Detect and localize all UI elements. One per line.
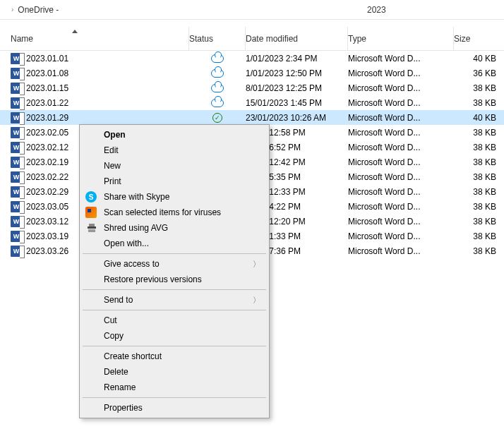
svg-rect-1 <box>89 224 95 226</box>
file-name-label: 2023.02.22 <box>26 172 68 182</box>
menu-create-shortcut[interactable]: Create shortcut <box>81 349 268 364</box>
word-doc-icon <box>11 127 22 138</box>
file-type-cell: Microsoft Word D... <box>348 172 454 182</box>
file-status-cell: ✓ <box>189 113 246 123</box>
menu-cut[interactable]: Cut <box>81 313 268 328</box>
file-date-cell: 1/01/2023 2:34 PM <box>246 54 348 64</box>
menu-delete[interactable]: Delete <box>81 364 268 380</box>
column-headers: Name Status Date modified Type Size <box>0 27 504 51</box>
menu-give-access-to[interactable]: Give access to 〉 <box>81 256 268 272</box>
word-doc-icon <box>11 157 22 168</box>
file-name-label: 2023.02.29 <box>26 187 68 197</box>
file-name-label: 2023.01.29 <box>26 113 68 123</box>
file-name-label: 2023.03.05 <box>26 202 68 212</box>
file-row[interactable]: 2023.01.011/01/2023 2:34 PMMicrosoft Wor… <box>0 51 504 66</box>
file-size-cell: 38 KB <box>454 157 503 167</box>
sort-asc-icon <box>72 30 78 33</box>
file-status-cell <box>189 99 246 107</box>
menu-send-to[interactable]: Send to 〉 <box>81 292 268 308</box>
file-type-cell: Microsoft Word D... <box>348 157 454 167</box>
check-circle-icon: ✓ <box>212 113 222 123</box>
file-type-cell: Microsoft Word D... <box>348 128 454 138</box>
menu-scan-viruses[interactable]: Scan selected items for viruses <box>81 205 268 220</box>
cloud-icon <box>211 84 224 92</box>
file-row[interactable]: 2023.01.29✓23/01/2023 10:26 AMMicrosoft … <box>0 110 504 125</box>
column-header-size[interactable]: Size <box>454 34 503 44</box>
menu-open[interactable]: Open <box>81 127 268 143</box>
word-doc-icon <box>11 246 22 257</box>
file-size-cell: 38 KB <box>454 246 503 256</box>
context-menu: Open Edit New Print S Share with Skype S… <box>79 124 270 418</box>
file-type-cell: Microsoft Word D... <box>348 217 454 226</box>
column-header-status[interactable]: Status <box>189 27 246 50</box>
menu-new[interactable]: New <box>81 158 268 174</box>
file-name-cell: 2023.01.22 <box>0 97 189 109</box>
file-size-cell: 40 KB <box>454 113 503 123</box>
file-row[interactable]: 2023.01.158/01/2023 12:25 PMMicrosoft Wo… <box>0 80 504 95</box>
file-size-cell: 40 KB <box>454 54 503 64</box>
file-name-cell: 2023.01.08 <box>0 68 189 79</box>
word-doc-icon <box>11 216 22 227</box>
file-name-cell: 2023.01.01 <box>0 53 189 64</box>
file-size-cell: 38 KB <box>454 231 503 241</box>
cloud-icon <box>211 99 224 107</box>
file-type-cell: Microsoft Word D... <box>348 83 454 93</box>
file-size-cell: 38 KB <box>454 98 503 108</box>
file-name-cell: 2023.01.15 <box>0 83 189 94</box>
shredder-icon <box>85 222 98 234</box>
file-type-cell: Microsoft Word D... <box>348 54 454 64</box>
file-size-cell: 38 KB <box>454 143 503 152</box>
menu-print[interactable]: Print <box>81 174 268 189</box>
breadcrumb-current[interactable]: OneDrive - <box>18 5 59 15</box>
column-header-date[interactable]: Date modified <box>246 27 348 50</box>
menu-separator <box>83 397 266 398</box>
menu-open-with[interactable]: Open with... <box>81 236 268 251</box>
file-row[interactable]: 2023.01.2215/01/2023 1:45 PMMicrosoft Wo… <box>0 95 504 110</box>
file-status-cell <box>189 84 246 92</box>
word-doc-icon <box>11 112 22 123</box>
menu-properties[interactable]: Properties <box>81 400 268 416</box>
word-doc-icon <box>11 97 22 109</box>
file-type-cell: Microsoft Word D... <box>348 113 454 123</box>
menu-edit[interactable]: Edit <box>81 143 268 158</box>
breadcrumb[interactable]: › OneDrive - 2023 <box>0 0 504 20</box>
column-header-name[interactable]: Name <box>0 27 189 50</box>
file-date-cell: 8/01/2023 12:25 PM <box>246 83 348 93</box>
file-size-cell: 38 KB <box>454 83 503 93</box>
file-name-label: 2023.02.12 <box>26 143 68 152</box>
file-size-cell: 36 KB <box>454 68 503 78</box>
word-doc-icon <box>11 53 22 64</box>
file-type-cell: Microsoft Word D... <box>348 187 454 197</box>
menu-restore-previous[interactable]: Restore previous versions <box>81 272 268 287</box>
file-name-label: 2023.01.01 <box>26 54 68 64</box>
menu-share-skype[interactable]: S Share with Skype <box>81 189 268 205</box>
file-name-label: 2023.01.15 <box>26 83 68 93</box>
file-type-cell: Microsoft Word D... <box>348 68 454 78</box>
file-type-cell: Microsoft Word D... <box>348 231 454 241</box>
skype-icon: S <box>85 191 97 203</box>
menu-rename[interactable]: Rename <box>81 380 268 395</box>
word-doc-icon <box>11 171 22 183</box>
file-size-cell: 38 KB <box>454 217 503 226</box>
file-name-label: 2023.03.19 <box>26 231 68 241</box>
breadcrumb-chevron: › <box>11 6 13 13</box>
file-type-cell: Microsoft Word D... <box>348 246 454 256</box>
file-size-cell: 38 KB <box>454 187 503 197</box>
file-size-cell: 38 KB <box>454 128 503 138</box>
file-date-cell: 15/01/2023 1:45 PM <box>246 98 348 108</box>
column-header-type[interactable]: Type <box>348 27 454 50</box>
file-date-cell: 23/01/2023 10:26 AM <box>246 113 348 123</box>
file-type-cell: Microsoft Word D... <box>348 202 454 212</box>
svg-rect-0 <box>88 226 96 229</box>
file-type-cell: Microsoft Word D... <box>348 98 454 108</box>
breadcrumb-folder[interactable]: 2023 <box>367 5 386 15</box>
file-name-label: 2023.01.22 <box>26 98 68 108</box>
menu-separator <box>83 289 266 290</box>
word-doc-icon <box>11 231 22 242</box>
file-name-label: 2023.02.05 <box>26 128 68 138</box>
menu-shred-avg[interactable]: Shred using AVG <box>81 220 268 236</box>
file-name-cell: 2023.01.29 <box>0 112 189 123</box>
menu-separator <box>83 310 266 310</box>
menu-copy[interactable]: Copy <box>81 328 268 344</box>
file-row[interactable]: 2023.01.081/01/2023 12:50 PMMicrosoft Wo… <box>0 66 504 80</box>
